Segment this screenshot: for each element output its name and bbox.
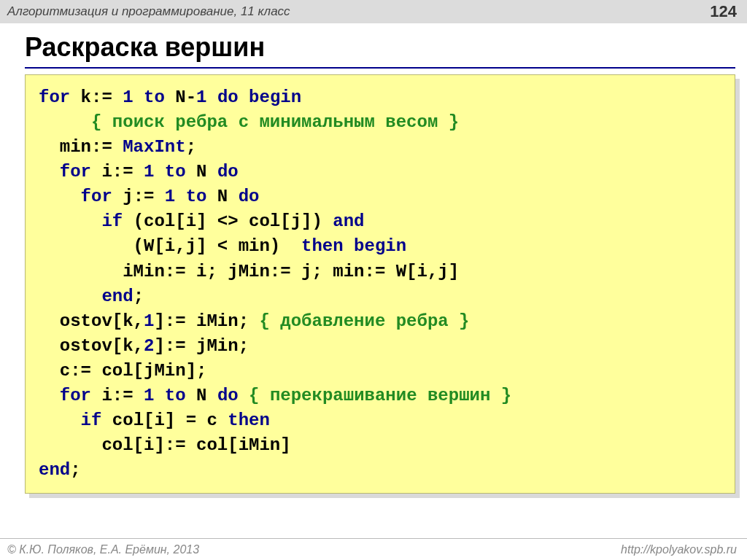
code-text: k:= bbox=[70, 88, 123, 107]
code-kw: end bbox=[101, 287, 133, 306]
code-text: min:= bbox=[39, 137, 123, 157]
header-bar: Алгоритмизация и программирование, 11 кл… bbox=[0, 0, 747, 23]
code-text bbox=[39, 411, 81, 430]
slide-title: Раскраска вершин bbox=[25, 32, 747, 63]
code-box: for k:= 1 to N-1 do begin { поиск ребра … bbox=[25, 74, 735, 494]
code-text bbox=[39, 162, 60, 182]
code-kw: to bbox=[165, 162, 186, 182]
code-text: iMin:= i; jMin:= j; min:= W[i,j] bbox=[39, 262, 459, 281]
code-kw: for bbox=[60, 386, 91, 405]
footer-bar: © К.Ю. Поляков, Е.А. Ерёмин, 2013 http:/… bbox=[0, 538, 747, 560]
code-text: N bbox=[186, 162, 217, 182]
code-text: ostov[k, bbox=[39, 311, 144, 331]
code-text: ; bbox=[70, 460, 80, 480]
code-cmt: { поиск ребра с минимальным весом } bbox=[91, 112, 459, 132]
code-text bbox=[39, 112, 91, 132]
code-text bbox=[39, 211, 101, 231]
code-text bbox=[133, 88, 144, 107]
code-kw: then bbox=[228, 411, 270, 430]
code-text bbox=[39, 187, 81, 206]
code-kw: for bbox=[60, 162, 91, 182]
code-kw: do bbox=[239, 187, 260, 206]
code-text bbox=[175, 187, 185, 206]
code-text bbox=[206, 88, 217, 107]
code-kw: to bbox=[144, 88, 165, 107]
code-text: c:= col[jMin]; bbox=[39, 361, 206, 381]
code-text: (W[i,j] < min) bbox=[39, 236, 301, 256]
code-text: ; bbox=[186, 137, 196, 157]
code-kw: for bbox=[39, 88, 70, 107]
code-text: (col[i] <> col[j]) bbox=[123, 211, 333, 231]
code-num: 1 bbox=[196, 88, 206, 107]
course-label: Алгоритмизация и программирование, 11 кл… bbox=[7, 4, 290, 19]
code-kw: then begin bbox=[301, 236, 406, 256]
code-text bbox=[39, 287, 101, 306]
code-num: 2 bbox=[144, 336, 154, 356]
code-text: col[i]:= col[iMin] bbox=[39, 435, 291, 455]
code-text: ; bbox=[133, 287, 144, 306]
code-num: 1 bbox=[165, 187, 175, 206]
code-text bbox=[239, 386, 249, 405]
code-num: 1 bbox=[144, 311, 154, 331]
code-kw: if bbox=[81, 411, 102, 430]
code-cmt: { добавление ребра } bbox=[259, 311, 469, 331]
code-text bbox=[39, 386, 60, 405]
code-kw: do bbox=[217, 386, 239, 405]
code-kw: end bbox=[39, 460, 70, 480]
footer-url: http://kpolyakov.spb.ru bbox=[621, 543, 737, 556]
code-text: N bbox=[206, 187, 238, 206]
code-kw: do begin bbox=[217, 88, 301, 107]
code-kw: do bbox=[217, 162, 239, 182]
code-block: for k:= 1 to N-1 do begin { поиск ребра … bbox=[25, 74, 735, 494]
code-text bbox=[154, 162, 164, 182]
page-number: 124 bbox=[710, 2, 737, 21]
code-cmt: { перекрашивание вершин } bbox=[249, 386, 511, 405]
code-num: 1 bbox=[144, 386, 154, 405]
code-text bbox=[154, 386, 164, 405]
code-text: ostov[k, bbox=[39, 336, 144, 356]
code-num: 1 bbox=[123, 88, 133, 107]
code-kw: for bbox=[81, 187, 112, 206]
code-text: ]:= iMin; bbox=[154, 311, 259, 331]
code-num: 1 bbox=[144, 162, 154, 182]
code-text: col[i] = c bbox=[101, 411, 228, 430]
code-text: j:= bbox=[112, 187, 165, 206]
code-text: i:= bbox=[91, 386, 144, 405]
code-text: N bbox=[186, 386, 217, 405]
code-text: N- bbox=[165, 88, 196, 107]
code-kw: if bbox=[101, 211, 123, 231]
code-text: ]:= jMin; bbox=[154, 336, 249, 356]
copyright: © К.Ю. Поляков, Е.А. Ерёмин, 2013 bbox=[7, 543, 199, 556]
code-text: i:= bbox=[91, 162, 144, 182]
title-rule bbox=[25, 67, 735, 69]
code-kw: to bbox=[186, 187, 207, 206]
code-kw: to bbox=[165, 386, 186, 405]
code-ident: MaxInt bbox=[123, 137, 185, 157]
code-kw: and bbox=[333, 211, 364, 231]
